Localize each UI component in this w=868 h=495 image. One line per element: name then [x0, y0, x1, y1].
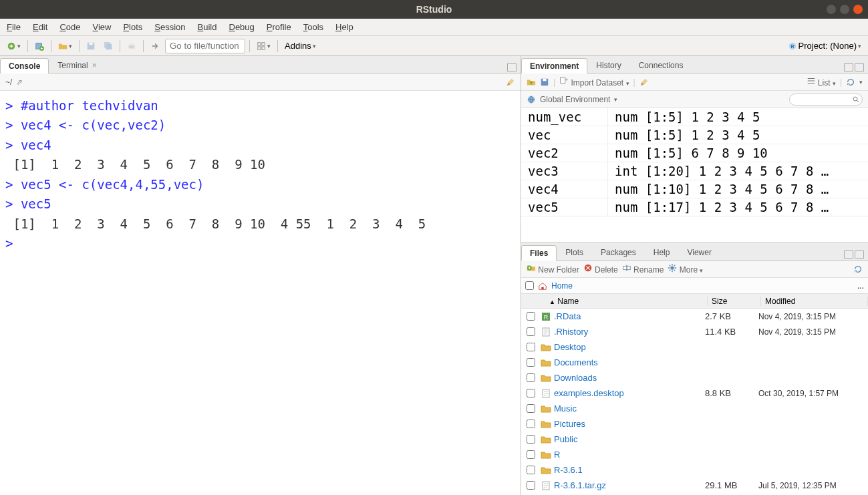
- pane-minimize-button[interactable]: [844, 63, 853, 71]
- env-row[interactable]: vec5num [1:17] 1 2 3 4 5 6 7 8 …: [521, 198, 868, 216]
- file-row[interactable]: Public: [521, 432, 868, 447]
- grid-button[interactable]: ▾: [254, 40, 273, 52]
- file-checkbox[interactable]: [527, 343, 535, 351]
- file-name[interactable]: Pictures: [554, 419, 705, 429]
- tab-files[interactable]: Files: [521, 245, 557, 261]
- tab-connections[interactable]: Connections: [630, 57, 692, 73]
- env-search-input[interactable]: [789, 94, 863, 106]
- file-name[interactable]: R-3.6.1: [554, 465, 705, 475]
- menu-tools[interactable]: Tools: [303, 22, 323, 32]
- home-icon[interactable]: [538, 281, 547, 291]
- file-name[interactable]: Downloads: [554, 373, 705, 383]
- menu-profile[interactable]: Profile: [267, 22, 291, 32]
- project-menu[interactable]: R Project: (None) ▾: [785, 39, 864, 52]
- save-workspace-icon[interactable]: [540, 77, 549, 87]
- menu-view[interactable]: View: [92, 22, 111, 32]
- more-path-button[interactable]: ...: [857, 281, 864, 291]
- open-file-button[interactable]: ▾: [55, 40, 75, 52]
- tab-plots[interactable]: Plots: [557, 244, 592, 260]
- file-name[interactable]: Documents: [554, 357, 705, 367]
- menu-file[interactable]: File: [7, 22, 21, 32]
- file-row[interactable]: examples.desktop8.8 KBOct 30, 2019, 1:57…: [521, 385, 868, 401]
- env-row[interactable]: vecnum [1:5] 1 2 3 4 5: [521, 126, 868, 144]
- print-button[interactable]: [124, 40, 139, 52]
- pane-minimize-button[interactable]: [844, 251, 853, 259]
- path-expand-icon[interactable]: ⇗: [16, 77, 23, 87]
- new-file-button[interactable]: ▾: [4, 40, 23, 52]
- file-checkbox[interactable]: [527, 466, 535, 474]
- select-all-checkbox[interactable]: [525, 281, 534, 290]
- tab-terminal[interactable]: Terminal×: [49, 57, 105, 73]
- import-dataset-button[interactable]: Import Dataset ▾: [559, 76, 629, 88]
- file-row[interactable]: Documents: [521, 355, 868, 370]
- menu-help[interactable]: Help: [335, 22, 353, 32]
- file-checkbox[interactable]: [527, 481, 535, 490]
- env-row[interactable]: vec2num [1:5] 6 7 8 9 10: [521, 144, 868, 162]
- env-row[interactable]: vec3int [1:20] 1 2 3 4 5 6 7 8 …: [521, 162, 868, 180]
- addins-button[interactable]: Addins ▾: [282, 39, 319, 52]
- file-name[interactable]: examples.desktop: [554, 388, 705, 398]
- file-row[interactable]: R.RData2.7 KBNov 4, 2019, 3:15 PM: [521, 309, 868, 324]
- file-checkbox[interactable]: [527, 420, 535, 428]
- file-row[interactable]: .Rhistory11.4 KBNov 4, 2019, 3:15 PM: [521, 324, 868, 339]
- col-name[interactable]: Name: [557, 297, 579, 306]
- file-name[interactable]: Public: [554, 434, 705, 444]
- menu-edit[interactable]: Edit: [33, 22, 47, 32]
- col-size[interactable]: Size: [708, 297, 761, 306]
- menu-session[interactable]: Session: [154, 22, 185, 32]
- view-mode-button[interactable]: List ▾: [807, 76, 836, 88]
- new-folder-button[interactable]: New Folder: [527, 263, 579, 275]
- load-workspace-icon[interactable]: [527, 77, 536, 87]
- env-row[interactable]: vec4num [1:10] 1 2 3 4 5 6 7 8 …: [521, 180, 868, 198]
- file-checkbox[interactable]: [527, 404, 535, 413]
- menu-debug[interactable]: Debug: [229, 22, 255, 32]
- new-project-button[interactable]: [32, 40, 47, 52]
- pane-maximize-button[interactable]: [507, 63, 517, 71]
- menu-build[interactable]: Build: [198, 22, 217, 32]
- file-checkbox[interactable]: [527, 327, 535, 336]
- env-scope-label[interactable]: Global Environment: [540, 95, 610, 104]
- file-row[interactable]: Downloads: [521, 370, 868, 385]
- tab-packages[interactable]: Packages: [592, 244, 645, 260]
- more-button[interactable]: More ▾: [668, 263, 703, 275]
- breadcrumb-home[interactable]: Home: [551, 281, 573, 291]
- maximize-button[interactable]: [840, 5, 849, 14]
- rename-button[interactable]: Rename: [622, 263, 664, 275]
- broom-icon[interactable]: [506, 77, 515, 87]
- file-checkbox[interactable]: [527, 373, 535, 382]
- file-name[interactable]: .RData: [554, 311, 705, 321]
- menu-plots[interactable]: Plots: [123, 22, 142, 32]
- broom-icon[interactable]: [639, 77, 649, 87]
- file-row[interactable]: Desktop: [521, 339, 868, 355]
- file-name[interactable]: R-3.6.1.tar.gz: [554, 480, 705, 490]
- file-row[interactable]: Pictures: [521, 416, 868, 432]
- close-icon[interactable]: ×: [92, 61, 97, 70]
- file-row[interactable]: R-3.6.1.tar.gz29.1 MBJul 5, 2019, 12:35 …: [521, 478, 868, 493]
- delete-button[interactable]: Delete: [583, 263, 618, 275]
- file-checkbox[interactable]: [527, 450, 535, 459]
- tab-help[interactable]: Help: [645, 244, 679, 260]
- pane-maximize-button[interactable]: [855, 63, 864, 71]
- pane-maximize-button[interactable]: [855, 251, 864, 259]
- menu-code[interactable]: Code: [59, 22, 80, 32]
- file-checkbox[interactable]: [527, 389, 535, 397]
- file-row[interactable]: R: [521, 447, 868, 462]
- refresh-icon[interactable]: [846, 77, 855, 87]
- env-row[interactable]: num_vecnum [1:5] 1 2 3 4 5: [521, 108, 868, 126]
- file-row[interactable]: Music: [521, 401, 868, 416]
- file-checkbox[interactable]: [527, 358, 535, 367]
- goto-button[interactable]: [148, 40, 162, 52]
- save-all-button[interactable]: [101, 40, 116, 52]
- file-checkbox[interactable]: [527, 435, 535, 444]
- file-name[interactable]: .Rhistory: [554, 327, 705, 337]
- tab-console[interactable]: Console: [0, 58, 49, 73]
- save-button[interactable]: [84, 40, 98, 52]
- col-modified[interactable]: Modified: [761, 297, 868, 306]
- file-name[interactable]: Music: [554, 403, 705, 414]
- file-name[interactable]: R: [554, 450, 705, 460]
- minimize-button[interactable]: [827, 5, 836, 14]
- console-output[interactable]: > #author techvidvan> vec4 <- c(vec,vec2…: [0, 91, 521, 495]
- close-button[interactable]: [853, 5, 863, 14]
- tab-history[interactable]: History: [587, 57, 629, 73]
- file-checkbox[interactable]: [527, 312, 535, 321]
